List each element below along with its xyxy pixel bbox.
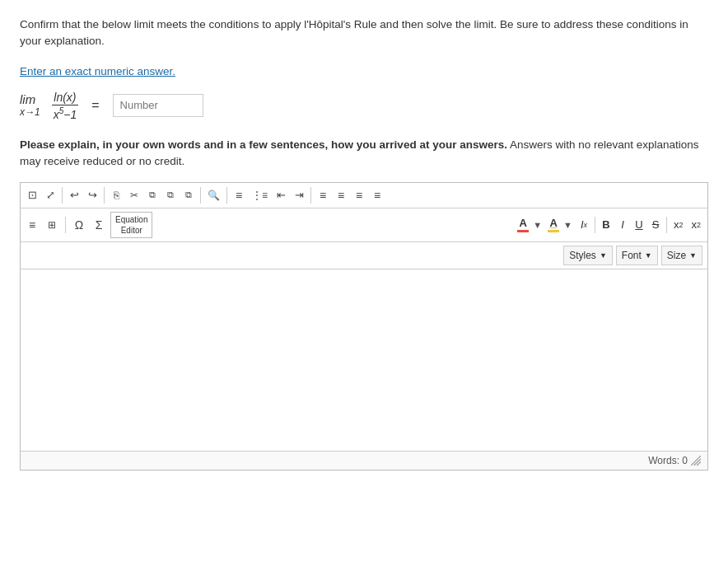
paste-word-btn[interactable]: ⧉ [180, 186, 197, 204]
font-highlight-btn[interactable]: A [546, 217, 561, 232]
font-highlight-bar [548, 230, 559, 232]
styles-arrow: ▼ [600, 251, 607, 260]
separator6 [65, 217, 66, 233]
outdent-btn[interactable]: ⇤ [273, 186, 289, 204]
size-label: Size [667, 250, 686, 261]
exact-answer-label: Enter an exact numeric answer. [20, 65, 708, 77]
find-btn[interactable]: 🔍 [204, 186, 223, 204]
separator3 [200, 187, 201, 204]
toolbar-row1: ⊡ ⤢ ↩ ↪ ⎘ ✂ ⧉ ⧉ ⧉ 🔍 ≡ ⋮≡ ⇤ ⇥ ≡ ≡ ≡ ≡ [21, 183, 707, 208]
instruction-text: Confirm that the below limit meets the c… [20, 16, 708, 50]
font-color-bar [517, 230, 529, 232]
editor-area[interactable] [21, 269, 707, 451]
font-dropdown[interactable]: Font ▼ [616, 246, 658, 265]
bold-btn[interactable]: B [599, 216, 614, 234]
indent-btn[interactable]: ⇥ [291, 186, 307, 204]
font-highlight-letter: A [549, 217, 557, 229]
fraction-numerator: ln(x) [52, 91, 77, 105]
font-color-letter: A [519, 217, 526, 229]
strikethrough-btn[interactable]: S [648, 216, 663, 234]
rich-text-editor: ⊡ ⤢ ↩ ↪ ⎘ ✂ ⧉ ⧉ ⧉ 🔍 ≡ ⋮≡ ⇤ ⇥ ≡ ≡ ≡ ≡ ≡ ⊞… [20, 182, 708, 471]
separator8 [666, 217, 667, 233]
word-count: Words: 0 [648, 455, 688, 466]
paste-btn[interactable]: ⧉ [144, 186, 161, 204]
underline-btn[interactable]: U [632, 216, 646, 234]
align-left-btn[interactable]: ≡ [315, 186, 331, 204]
limit-subscript: x→1 [20, 106, 40, 118]
format-tools: A ▼ A ▼ Ix B I U S x [516, 216, 704, 234]
align-right-btn[interactable]: ≡ [351, 186, 367, 204]
dropdown-row: Styles ▼ Font ▼ Size ▼ [21, 242, 707, 269]
separator4 [226, 187, 227, 204]
remove-format-btn[interactable]: Ix [576, 216, 591, 234]
size-arrow: ▼ [689, 251, 697, 260]
redo-btn[interactable]: ↪ [84, 186, 100, 204]
styles-dropdown[interactable]: Styles ▼ [563, 246, 613, 265]
limit-fraction: ln(x) x5−1 [52, 91, 79, 121]
editor-footer: Words: 0 [21, 451, 707, 470]
cut-btn[interactable]: ✂ [126, 186, 142, 204]
styles-label: Styles [569, 250, 596, 261]
explanation-bold: Please explain, in your own words and in… [20, 138, 507, 151]
color-dropdown-arrow[interactable]: ▼ [533, 220, 542, 230]
number-input[interactable] [113, 94, 203, 117]
sigma-btn[interactable]: Σ [91, 216, 107, 234]
separator2 [104, 187, 105, 204]
limit-section: lim x→1 ln(x) x5−1 = [20, 91, 708, 121]
superscript-btn[interactable]: x2 [688, 216, 704, 234]
lim-label: lim [20, 92, 35, 106]
undo-btn[interactable]: ↩ [66, 186, 82, 204]
equation-editor-btn[interactable]: EquationEditor [110, 212, 152, 238]
separator1 [62, 187, 63, 204]
resize-handle[interactable] [691, 456, 701, 466]
separator5 [310, 187, 311, 204]
size-dropdown[interactable]: Size ▼ [661, 246, 702, 265]
copy-btn[interactable]: ⎘ [108, 186, 124, 204]
toolbar-row2: ≡ ⊞ Ω Σ EquationEditor A ▼ A ▼ Ix [21, 208, 707, 242]
ordered-list-btn[interactable]: ≡ [231, 186, 247, 204]
paste-text-btn[interactable]: ⧉ [162, 186, 179, 204]
omega-btn[interactable]: Ω [71, 216, 87, 234]
fraction-denominator: x5−1 [52, 105, 79, 121]
table-btn[interactable]: ⊞ [44, 216, 60, 234]
list-indent-btn[interactable]: ≡ [24, 216, 40, 234]
italic-btn[interactable]: I [615, 216, 630, 234]
separator7 [595, 217, 595, 233]
limit-expression: lim x→1 ln(x) x5−1 = [20, 91, 105, 121]
resize-btn[interactable]: ⤢ [42, 186, 58, 204]
subscript-btn[interactable]: x2 [670, 216, 687, 234]
align-center-btn[interactable]: ≡ [333, 186, 349, 204]
equals-sign: = [91, 98, 99, 113]
font-arrow: ▼ [645, 251, 652, 260]
highlight-dropdown-arrow[interactable]: ▼ [563, 220, 572, 230]
font-color-btn[interactable]: A [516, 217, 530, 232]
font-label: Font [622, 250, 642, 261]
explanation-text: Please explain, in your own words and in… [20, 137, 708, 171]
justify-btn[interactable]: ≡ [369, 186, 385, 204]
expand-btn[interactable]: ⊡ [24, 186, 40, 204]
unordered-list-btn[interactable]: ⋮≡ [249, 186, 271, 204]
equation-editor-label: EquationEditor [115, 215, 147, 235]
